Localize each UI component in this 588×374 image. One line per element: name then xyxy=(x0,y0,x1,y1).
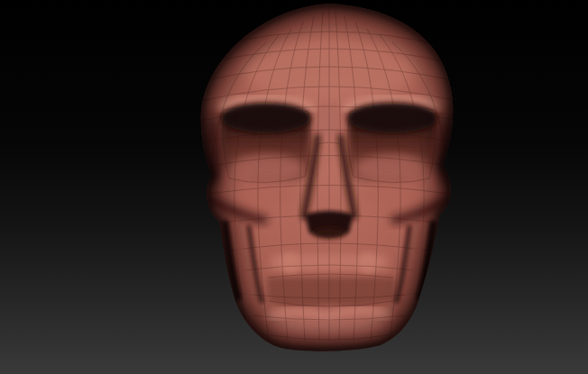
canine-bump-right xyxy=(359,252,377,274)
app-window xyxy=(0,0,588,374)
under-nose-shadow xyxy=(313,227,345,238)
viewport-canvas[interactable] xyxy=(0,0,588,374)
socket-shadow-left xyxy=(221,103,311,133)
infraorbital-left xyxy=(234,184,298,205)
mouth-recess xyxy=(267,278,395,307)
canine-bump-left xyxy=(281,252,299,274)
socket-shadow-right xyxy=(347,103,437,133)
infraorbital-right xyxy=(361,184,424,205)
